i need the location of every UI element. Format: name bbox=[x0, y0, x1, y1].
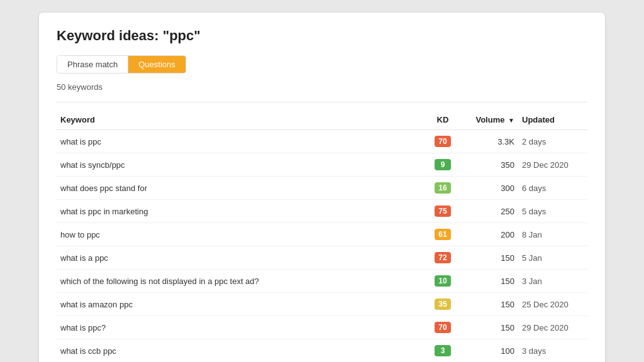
cell-keyword: how to ppc bbox=[57, 223, 424, 246]
cell-volume: 150 bbox=[462, 293, 518, 316]
page-title: Keyword ideas: "ppc" bbox=[57, 28, 587, 44]
tab-phrase-match[interactable]: Phrase match bbox=[57, 56, 128, 73]
cell-kd: 16 bbox=[424, 177, 462, 200]
cell-volume: 300 bbox=[462, 177, 518, 200]
cell-kd: 10 bbox=[424, 270, 462, 293]
cell-updated: 5 days bbox=[518, 200, 587, 223]
main-card: Keyword ideas: "ppc" Phrase match Questi… bbox=[39, 13, 605, 362]
table-header-row: Keyword KD Volume ▼ Updated bbox=[57, 110, 587, 130]
table-row: what is amazon ppc3515025 Dec 2020 bbox=[57, 293, 587, 316]
kd-badge: 16 bbox=[435, 182, 451, 194]
cell-updated: 25 Dec 2020 bbox=[518, 293, 587, 316]
cell-keyword: what is ppc in marketing bbox=[57, 200, 424, 223]
cell-volume: 150 bbox=[462, 316, 518, 339]
cell-kd: 72 bbox=[424, 246, 462, 270]
cell-updated: 3 days bbox=[518, 339, 587, 363]
col-header-volume[interactable]: Volume ▼ bbox=[462, 110, 518, 130]
cell-kd: 70 bbox=[424, 130, 462, 153]
table-row: what is ccb ppc31003 days bbox=[57, 339, 587, 363]
cell-updated: 2 days bbox=[518, 130, 587, 153]
cell-updated: 3 Jan bbox=[518, 270, 587, 293]
cell-keyword: which of the following is not displayed … bbox=[57, 270, 424, 293]
cell-volume: 350 bbox=[462, 153, 518, 177]
divider bbox=[57, 102, 587, 102]
cell-volume: 3.3K bbox=[462, 130, 518, 153]
cell-kd: 3 bbox=[424, 339, 462, 363]
cell-keyword: what is a ppc bbox=[57, 246, 424, 270]
keywords-table: Keyword KD Volume ▼ Updated what is ppc7… bbox=[57, 110, 587, 362]
cell-keyword: what is ppc bbox=[57, 130, 424, 153]
cell-volume: 100 bbox=[462, 339, 518, 363]
kd-badge: 70 bbox=[435, 322, 451, 333]
col-header-updated: Updated bbox=[518, 110, 587, 130]
kd-badge: 9 bbox=[435, 159, 451, 170]
table-row: what is a ppc721505 Jan bbox=[57, 246, 587, 270]
kd-badge: 10 bbox=[435, 275, 451, 287]
table-row: what does ppc stand for163006 days bbox=[57, 177, 587, 200]
cell-updated: 5 Jan bbox=[518, 246, 587, 270]
cell-volume: 200 bbox=[462, 223, 518, 246]
sort-arrow-icon: ▼ bbox=[508, 117, 514, 124]
cell-keyword: what does ppc stand for bbox=[57, 177, 424, 200]
cell-kd: 75 bbox=[424, 200, 462, 223]
cell-keyword: what is ppc? bbox=[57, 316, 424, 339]
kd-badge: 75 bbox=[435, 206, 451, 217]
cell-volume: 150 bbox=[462, 246, 518, 270]
cell-kd: 35 bbox=[424, 293, 462, 316]
tabs-bar: Phrase match Questions bbox=[57, 55, 186, 74]
cell-kd: 61 bbox=[424, 223, 462, 246]
cell-updated: 29 Dec 2020 bbox=[518, 153, 587, 177]
cell-kd: 70 bbox=[424, 316, 462, 339]
table-row: which of the following is not displayed … bbox=[57, 270, 587, 293]
cell-volume: 150 bbox=[462, 270, 518, 293]
tab-questions[interactable]: Questions bbox=[128, 56, 186, 73]
cell-updated: 6 days bbox=[518, 177, 587, 200]
kd-badge: 72 bbox=[435, 252, 451, 263]
cell-keyword: what is amazon ppc bbox=[57, 293, 424, 316]
table-row: how to ppc612008 Jan bbox=[57, 223, 587, 246]
table-row: what is syncb/ppc935029 Dec 2020 bbox=[57, 153, 587, 177]
kd-badge: 3 bbox=[435, 345, 451, 356]
table-row: what is ppc in marketing752505 days bbox=[57, 200, 587, 223]
keyword-count: 50 keywords bbox=[57, 82, 587, 92]
cell-keyword: what is ccb ppc bbox=[57, 339, 424, 363]
kd-badge: 35 bbox=[435, 299, 451, 310]
kd-badge: 61 bbox=[435, 229, 451, 240]
col-header-keyword: Keyword bbox=[57, 110, 424, 130]
kd-badge: 70 bbox=[435, 136, 451, 147]
cell-keyword: what is syncb/ppc bbox=[57, 153, 424, 177]
cell-volume: 250 bbox=[462, 200, 518, 223]
table-row: what is ppc?7015029 Dec 2020 bbox=[57, 316, 587, 339]
table-row: what is ppc703.3K2 days bbox=[57, 130, 587, 153]
cell-updated: 29 Dec 2020 bbox=[518, 316, 587, 339]
cell-updated: 8 Jan bbox=[518, 223, 587, 246]
cell-kd: 9 bbox=[424, 153, 462, 177]
col-header-kd: KD bbox=[424, 110, 462, 130]
